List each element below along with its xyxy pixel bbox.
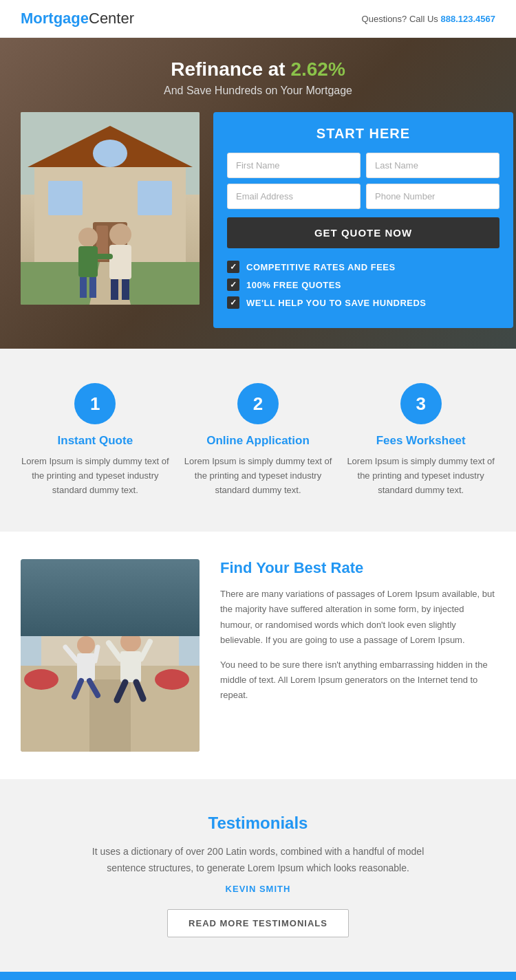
first-name-input[interactable]: [227, 153, 361, 178]
form-panel: START HERE GET QUOTE NOW ✓ COMPETITIVE R…: [213, 112, 513, 328]
read-more-testimonials-button[interactable]: READ MORE TESTIMONIALS: [167, 909, 349, 937]
testimonials-author: KEVIN SMITH: [21, 884, 495, 894]
svg-point-33: [120, 631, 141, 652]
checklist-item-2: ✓ 100% FREE QUOTES: [227, 279, 499, 291]
get-quote-button[interactable]: GET QUOTE NOW: [227, 217, 499, 248]
last-name-input[interactable]: [366, 153, 499, 178]
step-circle-2: 2: [237, 383, 279, 424]
hero-content: Refinance at 2.62% And Save Hundreds on …: [0, 38, 516, 349]
step-item-3: 3 Fees Worksheet Lorem Ipsum is simply d…: [346, 383, 495, 497]
step-text-3: Lorem Ipsum is simply dummy text of the …: [346, 455, 495, 497]
step-text-1: Lorem Ipsum is simply dummy text of the …: [21, 455, 170, 497]
hero-image: [21, 112, 200, 305]
contact-label: Questions? Call Us: [362, 14, 438, 24]
svg-rect-14: [89, 277, 96, 298]
svg-rect-28: [77, 653, 95, 681]
email-input[interactable]: [227, 184, 361, 209]
phone-input[interactable]: [366, 184, 499, 209]
contact-row: [227, 184, 499, 209]
jumping-couple-illustration: [21, 559, 200, 752]
svg-point-15: [109, 224, 131, 246]
hero-section: Refinance at 2.62% And Save Hundreds on …: [0, 38, 516, 349]
checklist-label-1: COMPETITIVE RATES AND FEES: [246, 262, 396, 272]
logo-light: Center: [89, 10, 134, 27]
step-circle-3: 3: [400, 383, 442, 424]
couple-illustration: [21, 112, 200, 305]
hero-title-text: Refinance at: [171, 58, 290, 80]
best-rate-paragraph-1: There are many variations of passages of…: [220, 587, 495, 647]
checklist-item-1: ✓ COMPETITIVE RATES AND FEES: [227, 261, 499, 273]
best-rate-content: Find Your Best Rate There are many varia…: [220, 559, 495, 712]
header: MortgageCenter Questions? Call Us 888.12…: [0, 0, 516, 38]
checklist: ✓ COMPETITIVE RATES AND FEES ✓ 100% FREE…: [227, 261, 499, 309]
checklist-label-2: 100% FREE QUOTES: [246, 280, 341, 290]
hero-body: START HERE GET QUOTE NOW ✓ COMPETITIVE R…: [21, 112, 495, 328]
hero-title: Refinance at 2.62%: [21, 58, 495, 80]
svg-rect-22: [62, 580, 158, 621]
contact-phone[interactable]: 888.123.4567: [440, 14, 495, 24]
check-icon-1: ✓: [227, 261, 239, 273]
svg-point-27: [77, 636, 95, 654]
svg-point-24: [24, 669, 58, 690]
testimonials-text: It uses a dictionary of over 200 Latin w…: [86, 844, 430, 877]
name-row: [227, 153, 499, 178]
svg-point-25: [155, 669, 189, 690]
steps-grid: 1 Instant Quote Lorem Ipsum is simply du…: [21, 383, 495, 497]
logo-bold: Mortgage: [21, 10, 89, 27]
step-title-2: Online Application: [184, 434, 333, 448]
svg-point-5: [93, 140, 127, 167]
best-rate-paragraph-2: You need to be sure there isn't anything…: [220, 657, 495, 703]
svg-rect-34: [120, 651, 141, 682]
svg-rect-3: [48, 181, 83, 215]
step-item-2: 2 Online Application Lorem Ipsum is simp…: [184, 383, 333, 497]
checklist-item-3: ✓ WE'LL HELP YOU TO SAVE HUNDREDS: [227, 296, 499, 309]
hero-subtitle: And Save Hundreds on Your Mortgage: [21, 85, 495, 97]
svg-rect-16: [109, 245, 131, 279]
svg-rect-12: [78, 246, 98, 277]
best-rate-section: Find Your Best Rate There are many varia…: [0, 532, 516, 779]
form-panel-title: START HERE: [227, 126, 499, 142]
steps-section: 1 Instant Quote Lorem Ipsum is simply du…: [0, 349, 516, 532]
hero-rate: 2.62%: [290, 58, 345, 80]
step-text-2: Lorem Ipsum is simply dummy text of the …: [184, 455, 333, 497]
step-title-3: Fees Worksheet: [346, 434, 495, 448]
svg-rect-17: [111, 279, 118, 300]
best-rate-image: [21, 559, 200, 752]
svg-line-30: [95, 647, 98, 661]
cta-section: Refinance at 2.62% And Save Hundreds on …: [0, 972, 516, 980]
step-circle-1: 1: [74, 383, 116, 424]
svg-point-11: [78, 228, 98, 247]
header-contact: Questions? Call Us 888.123.4567: [362, 14, 495, 24]
check-icon-3: ✓: [227, 296, 239, 309]
check-icon-2: ✓: [227, 279, 239, 291]
checklist-label-3: WE'LL HELP YOU TO SAVE HUNDREDS: [246, 298, 427, 308]
testimonials-title: Testimonials: [21, 814, 495, 833]
step-item-1: 1 Instant Quote Lorem Ipsum is simply du…: [21, 383, 170, 497]
step-title-1: Instant Quote: [21, 434, 170, 448]
testimonials-section: Testimonials It uses a dictionary of ove…: [0, 779, 516, 972]
svg-rect-4: [138, 181, 172, 215]
logo: MortgageCenter: [21, 10, 134, 28]
best-rate-title: Find Your Best Rate: [220, 559, 495, 577]
svg-rect-13: [80, 277, 87, 298]
svg-rect-18: [122, 279, 129, 300]
